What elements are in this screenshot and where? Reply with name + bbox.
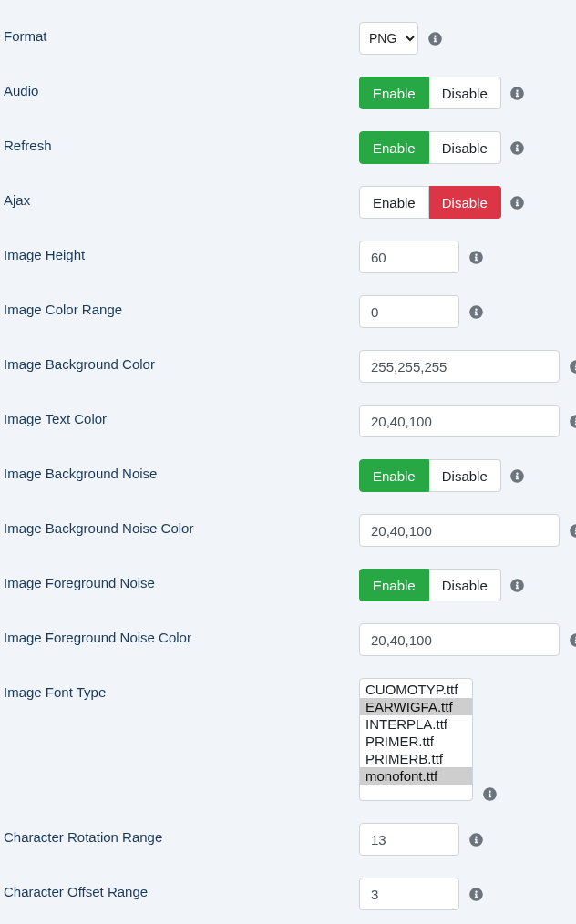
- row-image-color-range: Image Color Range: [4, 284, 572, 339]
- info-icon[interactable]: [427, 31, 442, 46]
- font-option[interactable]: PRIMER.ttf: [360, 733, 472, 750]
- refresh-toggle: Enable Disable: [359, 131, 501, 164]
- font-option[interactable]: CUOMOTYP.ttf: [360, 681, 472, 698]
- row-image-fg-noise-color: Image Foreground Noise Color: [4, 612, 572, 667]
- row-image-height: Image Height: [4, 230, 572, 284]
- image-bg-noise-color-input[interactable]: [359, 514, 560, 547]
- label-image-font-type: Image Font Type: [4, 678, 359, 700]
- font-option[interactable]: INTERPLA.ttf: [360, 715, 472, 733]
- label-image-bg-noise: Image Background Noise: [4, 459, 359, 481]
- refresh-disable-button[interactable]: Disable: [429, 131, 501, 164]
- label-ajax: Ajax: [4, 186, 359, 208]
- char-offset-range-input[interactable]: [359, 878, 459, 910]
- format-select[interactable]: PNG: [359, 22, 418, 55]
- info-icon[interactable]: [468, 887, 483, 901]
- info-icon[interactable]: [510, 195, 525, 210]
- audio-disable-button[interactable]: Disable: [429, 77, 501, 109]
- label-refresh: Refresh: [4, 131, 359, 153]
- info-icon[interactable]: [510, 578, 525, 592]
- row-ajax: Ajax Enable Disable: [4, 175, 572, 230]
- row-char-rot-range: Character Rotation Range: [4, 812, 572, 867]
- image-font-type-select[interactable]: CUOMOTYP.ttfEARWIGFA.ttfINTERPLA.ttfPRIM…: [359, 678, 473, 801]
- font-option[interactable]: EARWIGFA.ttf: [360, 698, 472, 715]
- image-color-range-input[interactable]: [359, 295, 459, 328]
- row-char-offset-range: Character Offset Range: [4, 867, 572, 921]
- label-char-offset-range: Character Offset Range: [4, 878, 359, 899]
- image-fg-noise-toggle: Enable Disable: [359, 569, 501, 601]
- row-image-bg-color: Image Background Color: [4, 339, 572, 394]
- bg-noise-enable-button[interactable]: Enable: [359, 459, 429, 492]
- info-icon[interactable]: [569, 523, 576, 538]
- row-image-text-color: Image Text Color: [4, 394, 572, 448]
- info-icon[interactable]: [482, 786, 497, 801]
- info-icon[interactable]: [510, 468, 525, 483]
- label-format: Format: [4, 22, 359, 44]
- label-image-height: Image Height: [4, 241, 359, 262]
- ajax-disable-button[interactable]: Disable: [429, 186, 501, 219]
- bg-noise-disable-button[interactable]: Disable: [429, 459, 501, 492]
- info-icon[interactable]: [510, 140, 525, 155]
- refresh-enable-button[interactable]: Enable: [359, 131, 429, 164]
- info-icon[interactable]: [569, 414, 576, 428]
- info-icon[interactable]: [569, 359, 576, 374]
- image-bg-color-input[interactable]: [359, 350, 560, 383]
- row-format: Format PNG: [4, 11, 572, 66]
- info-icon[interactable]: [468, 250, 483, 264]
- row-image-font-type: Image Font Type CUOMOTYP.ttfEARWIGFA.ttf…: [4, 667, 572, 812]
- label-image-bg-color: Image Background Color: [4, 350, 359, 372]
- label-char-rot-range: Character Rotation Range: [4, 823, 359, 845]
- image-height-input[interactable]: [359, 241, 459, 273]
- label-image-bg-noise-color: Image Background Noise Color: [4, 514, 359, 536]
- image-text-color-input[interactable]: [359, 405, 560, 437]
- char-rot-range-input[interactable]: [359, 823, 459, 856]
- ajax-toggle: Enable Disable: [359, 186, 501, 219]
- row-refresh: Refresh Enable Disable: [4, 120, 572, 175]
- info-icon[interactable]: [569, 632, 576, 647]
- image-bg-noise-toggle: Enable Disable: [359, 459, 501, 492]
- label-image-fg-noise-color: Image Foreground Noise Color: [4, 623, 359, 645]
- font-option[interactable]: monofont.ttf: [360, 767, 472, 785]
- info-icon[interactable]: [510, 86, 525, 100]
- label-image-text-color: Image Text Color: [4, 405, 359, 426]
- fg-noise-disable-button[interactable]: Disable: [429, 569, 501, 601]
- label-image-fg-noise: Image Foreground Noise: [4, 569, 359, 590]
- image-fg-noise-color-input[interactable]: [359, 623, 560, 656]
- font-option[interactable]: PRIMERB.ttf: [360, 750, 472, 767]
- label-image-color-range: Image Color Range: [4, 295, 359, 317]
- row-image-bg-noise-color: Image Background Noise Color: [4, 503, 572, 558]
- row-image-fg-noise: Image Foreground Noise Enable Disable: [4, 558, 572, 612]
- row-audio: Audio Enable Disable: [4, 66, 572, 120]
- label-audio: Audio: [4, 77, 359, 98]
- info-icon[interactable]: [468, 304, 483, 319]
- audio-enable-button[interactable]: Enable: [359, 77, 429, 109]
- row-image-bg-noise: Image Background Noise Enable Disable: [4, 448, 572, 503]
- audio-toggle: Enable Disable: [359, 77, 501, 109]
- ajax-enable-button[interactable]: Enable: [359, 186, 429, 219]
- fg-noise-enable-button[interactable]: Enable: [359, 569, 429, 601]
- info-icon[interactable]: [468, 832, 483, 847]
